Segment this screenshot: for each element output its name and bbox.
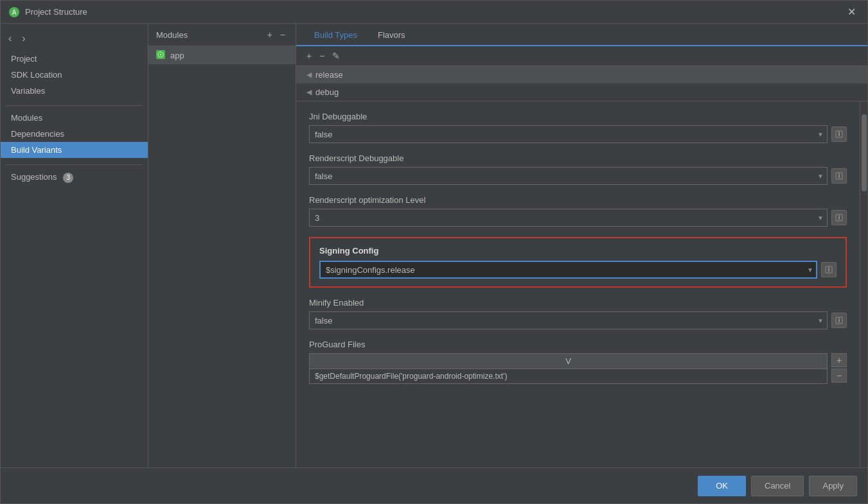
jni-debuggable-row: false true ▼ — [309, 125, 847, 143]
release-arrow: ◀ — [306, 71, 312, 79]
svg-rect-17 — [838, 319, 840, 322]
svg-rect-5 — [838, 133, 840, 136]
info-icon-4 — [825, 266, 833, 274]
renderscript-opt-label: Renderscript optimization Level — [309, 195, 847, 205]
content-with-scroll: Jni Debuggable false true ▼ — [296, 101, 867, 467]
sidebar-bottom-section: Suggestions 3 — [1, 169, 148, 189]
signing-config-input[interactable] — [319, 261, 817, 279]
modules-remove-button[interactable]: − — [278, 29, 288, 40]
debug-label: debug — [315, 87, 339, 97]
signing-config-info[interactable] — [821, 262, 837, 277]
signing-config-section: Signing Config ▼ — [309, 237, 847, 288]
forward-button[interactable]: › — [19, 31, 28, 46]
tab-build-types[interactable]: Build Types — [304, 24, 368, 46]
renderscript-opt-info[interactable] — [831, 210, 847, 225]
jni-debuggable-label: Jni Debuggable — [309, 112, 847, 121]
jni-debuggable-info[interactable] — [831, 126, 847, 142]
main-content: ‹ › Project SDK Location Variables Modul… — [1, 24, 867, 467]
vertical-scrollbar[interactable] — [860, 101, 867, 467]
app-icon: A — [8, 6, 20, 18]
cancel-button[interactable]: Cancel — [751, 476, 804, 496]
modules-header: Modules + − — [148, 24, 296, 46]
renderscript-debuggable-info[interactable] — [831, 168, 847, 184]
bottom-bar: OK Cancel Apply — [1, 467, 867, 503]
info-icon-3 — [835, 214, 843, 222]
svg-rect-9 — [838, 173, 840, 175]
sidebar-mid-section: Modules Dependencies Build Variants — [1, 110, 148, 161]
signing-config-input-inner: ▼ — [319, 261, 817, 279]
right-panel: Build Types Flavors + − ✎ ◀ release ◀ — [296, 24, 867, 467]
proguard-label: ProGuard Files — [309, 340, 847, 349]
apply-button[interactable]: Apply — [809, 476, 857, 496]
proguard-remove-btn[interactable]: − — [831, 369, 847, 383]
back-button[interactable]: ‹ — [6, 31, 14, 46]
svg-rect-12 — [838, 215, 840, 216]
renderscript-opt-row: 3 2 1 0 ▼ — [309, 209, 847, 227]
proguard-section: ProGuard Files V $getDefaultProguardFile… — [309, 340, 847, 384]
build-type-debug[interactable]: ◀ debug — [296, 83, 867, 101]
minify-enabled-select[interactable]: false true — [309, 311, 828, 329]
suggestions-badge: 3 — [63, 173, 73, 183]
proguard-wrapper: V $getDefaultProguardFile('proguard-andr… — [309, 353, 847, 384]
minify-enabled-info[interactable] — [831, 313, 847, 328]
release-label: release — [315, 70, 343, 80]
jni-debuggable-select-wrapper: false true ▼ — [309, 125, 828, 143]
signing-config-input-wrapper: ▼ — [319, 261, 837, 279]
renderscript-opt-section: Renderscript optimization Level 3 2 1 0 … — [309, 195, 847, 227]
modules-title: Modules — [156, 30, 188, 40]
sidebar-item-dependencies[interactable]: Dependencies — [1, 126, 148, 142]
modules-add-button[interactable]: + — [265, 29, 275, 40]
jni-debuggable-select[interactable]: false true — [309, 125, 828, 143]
svg-rect-8 — [838, 175, 840, 178]
renderscript-debuggable-select[interactable]: false true — [309, 167, 828, 185]
svg-rect-11 — [838, 216, 840, 220]
svg-rect-6 — [838, 132, 840, 133]
minify-enabled-label: Minify Enabled — [309, 298, 847, 308]
module-icon — [156, 50, 166, 60]
renderscript-debuggable-section: Renderscript Debuggable false true ▼ — [309, 153, 847, 185]
svg-text:A: A — [12, 9, 17, 16]
debug-arrow: ◀ — [306, 88, 312, 96]
info-icon — [835, 130, 843, 138]
proguard-row[interactable]: $getDefaultProguardFile('proguard-androi… — [310, 369, 827, 383]
info-icon-5 — [835, 317, 843, 324]
modules-panel: Modules + − app — [148, 24, 296, 467]
svg-point-3 — [160, 54, 162, 56]
jni-debuggable-section: Jni Debuggable false true ▼ — [309, 112, 847, 143]
project-structure-dialog: A Project Structure ✕ ‹ › Project SDK Lo… — [0, 0, 868, 504]
content-edit-button[interactable]: ✎ — [330, 50, 342, 62]
modules-toolbar: + − — [265, 29, 288, 40]
build-types-list: ◀ release ◀ debug — [296, 66, 867, 101]
sidebar-top-section: Project SDK Location Variables — [1, 51, 148, 101]
sidebar: ‹ › Project SDK Location Variables Modul… — [1, 24, 148, 467]
module-app[interactable]: app — [148, 46, 296, 64]
content-toolbar: + − ✎ — [296, 46, 867, 66]
properties-area: Jni Debuggable false true ▼ — [296, 101, 860, 467]
close-button[interactable]: ✕ — [844, 4, 860, 19]
content-remove-button[interactable]: − — [317, 50, 327, 62]
scrollbar-thumb — [862, 114, 867, 191]
module-name: app — [170, 51, 184, 60]
proguard-column-header: V — [310, 354, 827, 369]
proguard-table: V $getDefaultProguardFile('proguard-andr… — [309, 353, 828, 384]
sidebar-item-modules[interactable]: Modules — [1, 110, 148, 126]
sidebar-item-sdk-location[interactable]: SDK Location — [1, 67, 148, 83]
ok-button[interactable]: OK — [698, 476, 746, 496]
build-type-release[interactable]: ◀ release — [296, 66, 867, 83]
content-add-button[interactable]: + — [304, 50, 314, 62]
renderscript-opt-select[interactable]: 3 2 1 0 — [309, 209, 828, 227]
proguard-add-btn[interactable]: + — [831, 353, 847, 367]
sidebar-item-suggestions[interactable]: Suggestions 3 — [1, 169, 148, 186]
sidebar-item-build-variants[interactable]: Build Variants — [1, 142, 148, 158]
sidebar-item-variables[interactable]: Variables — [1, 83, 148, 99]
minify-enabled-select-wrapper: false true ▼ — [309, 311, 828, 329]
signing-config-label: Signing Config — [319, 246, 837, 256]
tabs-bar: Build Types Flavors — [296, 24, 867, 46]
tab-flavors[interactable]: Flavors — [368, 24, 416, 46]
sidebar-nav: ‹ › — [1, 29, 148, 51]
proguard-side-buttons: + − — [831, 353, 847, 383]
sidebar-item-project[interactable]: Project — [1, 51, 148, 67]
sidebar-divider-2 — [6, 164, 143, 165]
renderscript-opt-select-wrapper: 3 2 1 0 ▼ — [309, 209, 828, 227]
renderscript-debuggable-select-wrapper: false true ▼ — [309, 167, 828, 185]
